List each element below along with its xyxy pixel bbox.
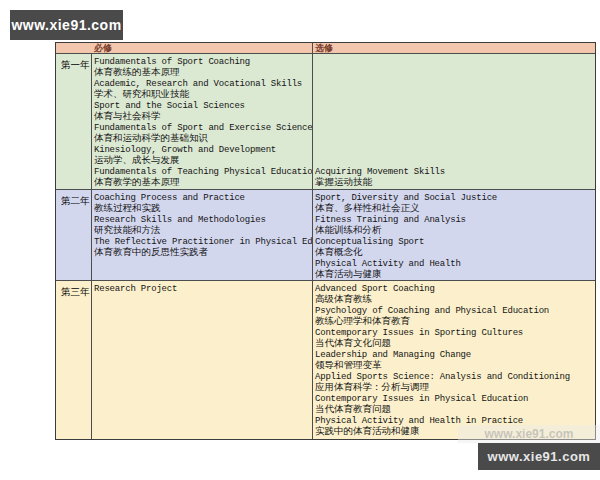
course-title-zh: 学术、研究和职业技能 xyxy=(94,89,312,99)
course-title-zh: 体育教练的基本原理 xyxy=(94,67,312,77)
course-item: Fundamentals of Sport Coaching体育教练的基本原理 xyxy=(94,57,312,77)
course-item: Fundamentals of Teaching Physical Educat… xyxy=(94,167,312,187)
course-item: Physical Activity and Health体育活动与健康 xyxy=(315,259,595,279)
course-title-zh: 应用体育科学：分析与调理 xyxy=(315,382,595,392)
course-title-en: Research Project xyxy=(94,284,312,294)
watermark-top: www.xie91.com xyxy=(10,10,123,40)
course-item: Advanced Sport Coaching高级体育教练 xyxy=(315,284,595,304)
course-item: Contemporary Issues in Sporting Cultures… xyxy=(315,328,595,348)
required-courses-cell: Fundamentals of Sport Coaching体育教练的基本原理A… xyxy=(92,54,313,189)
table-row: 第三年Research ProjectAdvanced Sport Coachi… xyxy=(56,281,595,439)
header-elective: 选修 xyxy=(313,43,595,53)
course-title-zh: 运动学、成长与发展 xyxy=(94,155,312,165)
course-title-zh: 体育概念化 xyxy=(315,247,595,257)
year-label: 第一年 xyxy=(56,54,92,189)
course-title-zh: 教练心理学和体育教育 xyxy=(315,316,595,326)
table-row: 第二年Coaching Process and Practice教练过程和实践R… xyxy=(56,190,595,281)
course-title-zh: 体能训练和分析 xyxy=(315,225,595,235)
course-item: Acquiring Movement Skills掌握运动技能 xyxy=(315,167,595,187)
course-item: Applied Sports Science: Analysis and Con… xyxy=(315,372,595,392)
course-item: Academic, Research and Vocational Skills… xyxy=(94,79,312,99)
page: www.xie91.com 必修 选修 第一年Fundamentals of S… xyxy=(0,0,600,480)
course-title-zh: 研究技能和方法 xyxy=(94,225,312,235)
course-item: Kinesiology, Growth and Development运动学、成… xyxy=(94,145,312,165)
course-title-zh: 体育教学的基本原理 xyxy=(94,177,312,187)
year-label: 第二年 xyxy=(56,190,92,280)
course-title-zh: 高级体育教练 xyxy=(315,294,595,304)
course-item: The Reflective Practitioner in Physical … xyxy=(94,237,312,257)
course-item: Sport and the Social Sciences体育与社会科学 xyxy=(94,101,312,121)
elective-courses-cell: Acquiring Movement Skills掌握运动技能 xyxy=(313,54,595,189)
course-title-zh: 领导和管理变革 xyxy=(315,360,595,370)
course-title-zh: 体育活动与健康 xyxy=(315,269,595,279)
year-label: 第三年 xyxy=(56,281,92,439)
watermark-bottom: www.xie91.com xyxy=(478,443,600,470)
header-year-cell xyxy=(56,43,92,53)
course-item: Sport, Diversity and Social Justice体育、多样… xyxy=(315,193,595,213)
elective-courses-cell: Advanced Sport Coaching高级体育教练Psychology … xyxy=(313,281,595,439)
course-item: Conceptualising Sport体育概念化 xyxy=(315,237,595,257)
course-item: Coaching Process and Practice教练过程和实践 xyxy=(94,193,312,213)
course-item: Psychology of Coaching and Physical Educ… xyxy=(315,306,595,326)
required-courses-cell: Research Project xyxy=(92,281,313,439)
header-required: 必修 xyxy=(92,43,313,53)
course-item: Research Project xyxy=(94,284,312,294)
elective-courses-cell: Sport, Diversity and Social Justice体育、多样… xyxy=(313,190,595,280)
course-title-zh: 体育、多样性和社会正义 xyxy=(315,203,595,213)
course-title-zh: 体育和运动科学的基础知识 xyxy=(94,133,312,143)
course-title-zh: 掌握运动技能 xyxy=(315,177,595,187)
course-title-zh: 体育与社会科学 xyxy=(94,111,312,121)
course-item: Fitness Training and Analysis体能训练和分析 xyxy=(315,215,595,235)
table-row: 第一年Fundamentals of Sport Coaching体育教练的基本… xyxy=(56,54,595,190)
course-item: Leadership and Managing Change领导和管理变革 xyxy=(315,350,595,370)
course-title-zh: 当代体育教育问题 xyxy=(315,404,595,414)
course-title-zh: 教练过程和实践 xyxy=(94,203,312,213)
required-courses-cell: Coaching Process and Practice教练过程和实践Rese… xyxy=(92,190,313,280)
table-header-row: 必修 选修 xyxy=(56,43,595,54)
curriculum-table: 必修 选修 第一年Fundamentals of Sport Coaching体… xyxy=(55,42,596,440)
course-title-zh: 当代体育文化问题 xyxy=(315,338,595,348)
course-item: Physical Activity and Health in Practice… xyxy=(315,416,595,436)
course-title-zh: 实践中的体育活动和健康 xyxy=(315,426,595,436)
course-item: Fundamentals of Sport and Exercise Scien… xyxy=(94,123,312,143)
table-body: 第一年Fundamentals of Sport Coaching体育教练的基本… xyxy=(56,54,595,439)
course-item: Research Skills and Methodologies研究技能和方法 xyxy=(94,215,312,235)
course-item: Contemporary Issues in Physical Educatio… xyxy=(315,394,595,414)
course-title-zh: 体育教育中的反思性实践者 xyxy=(94,247,312,257)
